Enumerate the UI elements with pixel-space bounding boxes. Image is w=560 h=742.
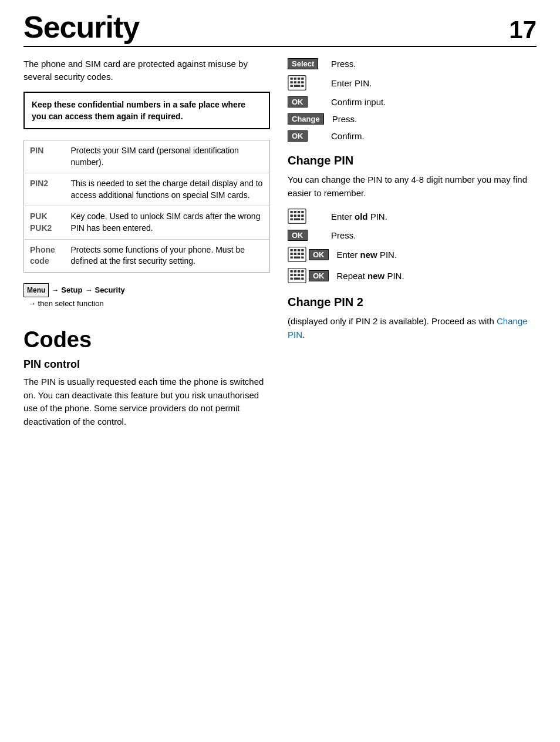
- svg-rect-13: [290, 211, 292, 213]
- keypad-icon-4: [288, 267, 306, 284]
- svg-rect-22: [294, 219, 301, 221]
- top-steps: Select Press.: [288, 58, 537, 142]
- svg-rect-8: [301, 81, 303, 83]
- svg-rect-39: [298, 270, 300, 273]
- menu-badge: Menu: [23, 283, 49, 297]
- change-pin2-section: Change PIN 2 (displayed only if PIN 2 is…: [288, 296, 537, 341]
- ok-button-5: OK: [309, 270, 329, 281]
- svg-rect-5: [290, 81, 292, 83]
- arrow-icon-1: →: [51, 284, 59, 297]
- arrow-icon-2: →: [85, 284, 92, 297]
- svg-rect-20: [301, 214, 303, 217]
- step-text-ok1: Confirm input.: [331, 96, 386, 108]
- step-text-ok2: Confirm.: [331, 130, 365, 142]
- svg-rect-3: [298, 78, 300, 80]
- svg-rect-4: [301, 78, 303, 80]
- desc-phone: Protects some functions of your phone. M…: [65, 239, 270, 272]
- warning-box: Keep these confidential numbers in a saf…: [23, 92, 270, 130]
- select-button: Select: [288, 58, 318, 69]
- step-keypad1: Enter PIN.: [288, 75, 537, 91]
- svg-rect-35: [301, 257, 303, 259]
- svg-rect-27: [298, 249, 300, 251]
- svg-rect-14: [294, 211, 296, 213]
- svg-rect-18: [294, 214, 296, 217]
- ok-button-4: OK: [309, 249, 329, 260]
- step-select: Select Press.: [288, 58, 537, 70]
- codes-section: Codes PIN control The PIN is usually req…: [23, 328, 270, 428]
- step-text-new: Enter new PIN.: [337, 249, 397, 261]
- change-pin-section: Change PIN You can change the PIN to any…: [288, 154, 537, 284]
- svg-rect-31: [298, 253, 300, 255]
- step-text-change: Press.: [332, 113, 357, 125]
- change-pin-title: Change PIN: [288, 154, 537, 167]
- step-icon-ok1: OK: [288, 96, 323, 108]
- svg-rect-34: [294, 257, 301, 259]
- table-row: Phone code Protects some functions of yo…: [24, 239, 270, 272]
- menu-nav: Menu → Setup → Security → then select fu…: [23, 283, 270, 310]
- step-ok2: OK Confirm.: [288, 130, 537, 142]
- svg-rect-2: [294, 78, 296, 80]
- main-content: The phone and SIM card are protected aga…: [23, 58, 537, 428]
- ok-button-1: OK: [288, 96, 308, 108]
- step-change: Change Press.: [288, 113, 537, 125]
- step-icon-select: Select: [288, 58, 323, 69]
- svg-rect-41: [290, 274, 292, 276]
- svg-rect-43: [298, 274, 300, 276]
- svg-rect-44: [301, 274, 303, 276]
- left-column: The phone and SIM card are protected aga…: [23, 58, 270, 428]
- definition-table: PIN Protects your SIM card (personal ide…: [23, 140, 270, 273]
- step-text-keypad1: Enter PIN.: [331, 77, 372, 89]
- svg-rect-6: [294, 81, 296, 83]
- svg-rect-17: [290, 214, 292, 217]
- page-title: Security: [23, 12, 139, 42]
- svg-rect-1: [290, 78, 292, 80]
- security-label: Security: [95, 284, 124, 297]
- step-press-ok: OK Press.: [288, 229, 537, 241]
- page: Security 17 The phone and SIM card are p…: [0, 0, 560, 742]
- step-icon-old: [288, 208, 323, 224]
- svg-rect-47: [301, 278, 303, 280]
- svg-rect-23: [301, 219, 303, 221]
- svg-rect-26: [294, 249, 296, 251]
- svg-rect-28: [301, 249, 303, 251]
- svg-rect-42: [294, 274, 296, 276]
- codes-title: Codes: [23, 328, 270, 352]
- svg-rect-21: [290, 219, 292, 221]
- keypad-icon-1: [288, 75, 306, 91]
- step-icon-press-ok: OK: [288, 230, 323, 241]
- then-label: → then select function: [28, 297, 104, 310]
- step-text-repeat: Repeat new PIN.: [337, 270, 404, 282]
- svg-rect-46: [294, 278, 301, 280]
- desc-puk: Key code. Used to unlock SIM cards after…: [65, 206, 270, 239]
- svg-rect-38: [294, 270, 296, 273]
- desc-pin2: This is needed to set the charge detail …: [65, 173, 270, 206]
- svg-rect-37: [290, 270, 292, 273]
- svg-rect-33: [290, 257, 292, 259]
- desc-pin: Protects your SIM card (personal identif…: [65, 140, 270, 173]
- svg-rect-19: [298, 214, 300, 217]
- change-pin-text: You can change the PIN to any 4-8 digit …: [288, 173, 537, 200]
- page-header: Security 17: [23, 12, 537, 47]
- step-text-old: Enter old PIN.: [331, 210, 387, 223]
- term-pin: PIN: [24, 140, 65, 173]
- nav-inner: Menu → Setup → Security → then select fu…: [23, 283, 125, 310]
- change-button: Change: [288, 113, 324, 125]
- svg-rect-7: [298, 81, 300, 83]
- step-text-press-ok: Press.: [331, 229, 356, 241]
- svg-rect-40: [301, 270, 303, 273]
- step-ok1: OK Confirm input.: [288, 96, 537, 108]
- step-text-select: Press.: [331, 58, 356, 70]
- term-puk: PUK PUK2: [24, 206, 65, 239]
- pin-control-title: PIN control: [23, 358, 270, 371]
- nav-line-2: → then select function: [23, 297, 125, 310]
- change-pin2-text-end: .: [302, 330, 305, 340]
- svg-rect-45: [290, 278, 292, 280]
- pin-control-text: The PIN is usually requested each time t…: [23, 375, 270, 428]
- setup-label: Setup: [61, 284, 82, 297]
- step-icon-change: Change: [288, 113, 324, 125]
- table-row: PUK PUK2 Key code. Used to unlock SIM ca…: [24, 206, 270, 239]
- step-icon-keypad1: [288, 75, 323, 91]
- right-column: Select Press.: [288, 58, 537, 428]
- svg-rect-10: [294, 85, 301, 88]
- svg-rect-29: [290, 253, 292, 255]
